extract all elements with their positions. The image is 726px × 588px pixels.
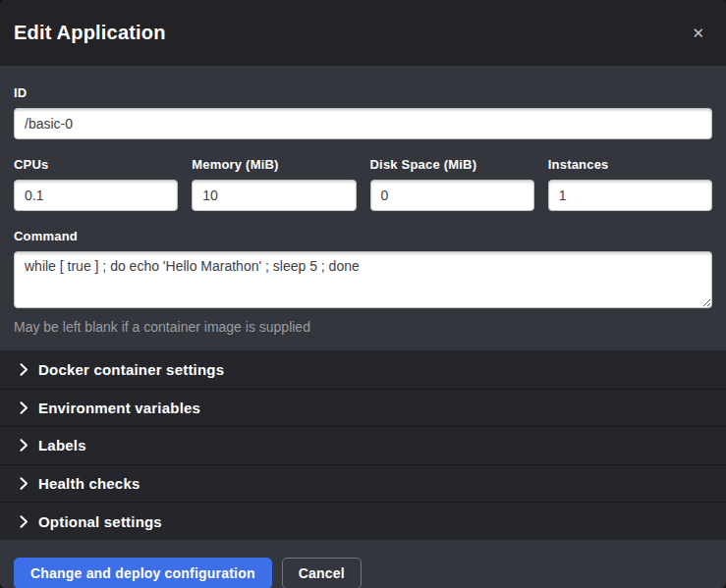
disk-input[interactable] [370,180,534,211]
section-label: Health checks [38,475,140,492]
cpus-field-group: CPUs [14,157,178,211]
instances-input[interactable] [548,180,712,211]
chevron-right-icon [20,477,28,490]
cpus-label: CPUs [14,157,178,172]
memory-input[interactable] [192,180,356,211]
section-optional-settings[interactable]: Optional settings [0,502,726,540]
memory-field-group: Memory (MiB) [192,157,356,211]
close-icon[interactable]: ✕ [686,22,710,44]
cancel-button[interactable]: Cancel [282,558,362,588]
command-field-group: Command while [ true ] ; do echo 'Hello … [14,229,712,335]
modal-header: Edit Application ✕ [0,0,726,66]
section-label: Optional settings [38,513,162,530]
instances-field-group: Instances [548,157,712,211]
edit-application-modal: Edit Application ✕ ID CPUs Memory (MiB) … [0,0,726,588]
modal-footer: Change and deploy configuration Cancel [0,540,726,588]
collapsible-sections: Docker container settings Environment va… [0,350,726,540]
chevron-right-icon [20,363,28,376]
id-input[interactable] [14,108,712,139]
disk-label: Disk Space (MiB) [370,157,534,172]
cpus-input[interactable] [14,180,178,211]
section-label: Labels [38,437,86,454]
id-field-group: ID [14,85,712,139]
section-labels[interactable]: Labels [0,426,726,464]
command-textarea[interactable]: while [ true ] ; do echo 'Hello Marathon… [14,251,712,308]
memory-label: Memory (MiB) [192,157,356,172]
modal-title: Edit Application [14,22,166,44]
command-label: Command [14,229,712,243]
chevron-right-icon [20,439,28,452]
section-label: Docker container settings [38,361,224,378]
section-health-checks[interactable]: Health checks [0,464,726,503]
application-form: ID CPUs Memory (MiB) Disk Space (MiB) In… [0,66,726,350]
change-and-deploy-button[interactable]: Change and deploy configuration [14,558,272,588]
instances-label: Instances [548,157,712,172]
chevron-right-icon [20,401,28,414]
resources-row: CPUs Memory (MiB) Disk Space (MiB) Insta… [14,157,712,211]
id-label: ID [14,85,712,100]
section-environment-variables[interactable]: Environment variables [0,389,726,427]
section-label: Environment variables [38,400,200,416]
chevron-right-icon [20,515,28,528]
section-docker-container-settings[interactable]: Docker container settings [0,350,726,389]
disk-field-group: Disk Space (MiB) [370,157,534,211]
command-help-text: May be left blank if a container image i… [14,319,712,335]
